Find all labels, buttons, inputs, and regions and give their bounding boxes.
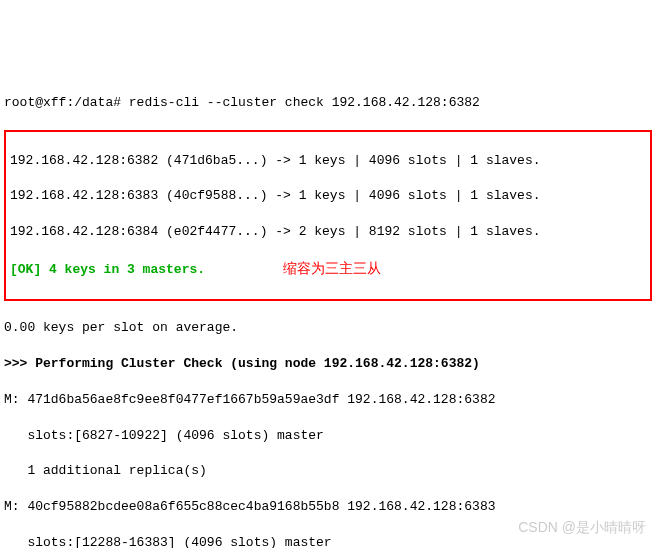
annotation-text: 缩容为三主三从 [283, 260, 381, 276]
node-line: 1 additional replica(s) [4, 462, 652, 480]
terminal-output: root@xff:/data# redis-cli --cluster chec… [4, 76, 652, 548]
summary-line: 192.168.42.128:6384 (e02f4477...) -> 2 k… [10, 223, 646, 241]
summary-line: 192.168.42.128:6382 (471d6ba5...) -> 1 k… [10, 152, 646, 170]
avg-line: 0.00 keys per slot on average. [4, 319, 652, 337]
summary-line: 192.168.42.128:6383 (40cf9588...) -> 1 k… [10, 187, 646, 205]
highlighted-summary-box: 192.168.42.128:6382 (471d6ba5...) -> 1 k… [4, 130, 652, 301]
node-line: M: 471d6ba56ae8fc9ee8f0477ef1667b59a59ae… [4, 391, 652, 409]
ok-status: [OK] 4 keys in 3 masters. [10, 262, 205, 277]
node-line: slots:[12288-16383] (4096 slots) master [4, 534, 652, 548]
node-line: M: 40cf95882bcdee08a6f655c88cec4ba9168b5… [4, 498, 652, 516]
cluster-check-header: >>> Performing Cluster Check (using node… [4, 355, 652, 373]
command-line: root@xff:/data# redis-cli --cluster chec… [4, 94, 652, 112]
node-line: slots:[6827-10922] (4096 slots) master [4, 427, 652, 445]
summary-ok-line: [OK] 4 keys in 3 masters. 缩容为三主三从 [10, 259, 646, 279]
